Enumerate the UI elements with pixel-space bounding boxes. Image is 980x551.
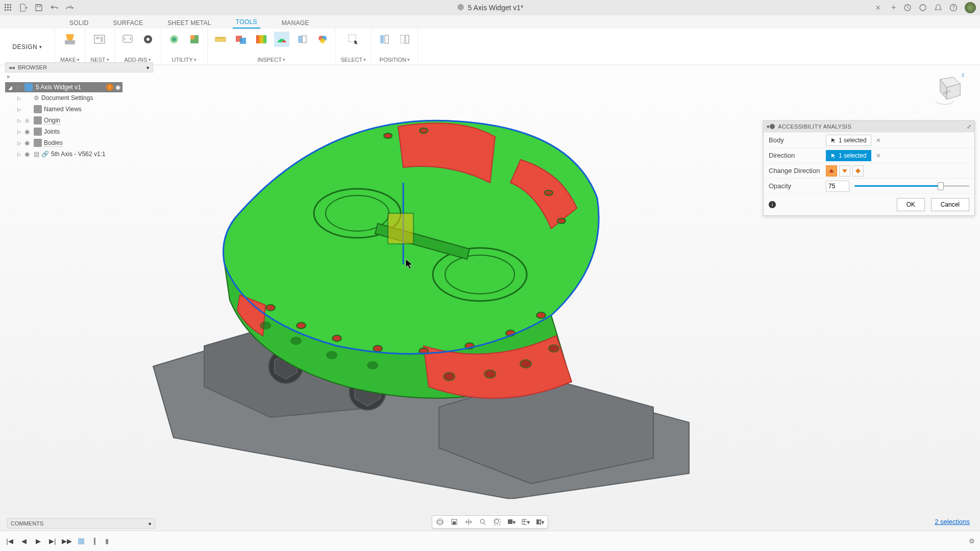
selection-count[interactable]: 2 selections [935,518,970,525]
timeline-settings-icon[interactable]: ⚙ [969,537,975,545]
direction-option-1[interactable] [826,165,837,177]
inspect-curvature-icon[interactable] [254,32,269,47]
apps-grid-icon[interactable] [4,4,12,12]
visibility-icon[interactable]: ◉ [24,128,32,135]
tree-item-origin[interactable]: ▷ ◉ Origin [5,115,153,126]
direction-label: Direction [769,152,826,159]
timeline-play-icon[interactable]: ▶ [34,537,43,546]
tab-surface[interactable]: SURFACE [110,17,146,29]
viewport-layout-icon[interactable]: ▾ [535,517,545,527]
ok-button[interactable]: OK [897,198,925,211]
svg-rect-1 [7,4,9,6]
grid-settings-icon[interactable]: ▾ [521,517,530,527]
svg-rect-72 [388,213,413,244]
visibility-icon[interactable]: ◉ [24,151,32,158]
svg-text:?: ? [952,5,955,11]
timeline-marker-icon[interactable]: ▮ [105,537,109,545]
timeline-end-icon[interactable]: ▶▶ [62,537,71,546]
timeline-feature-1-icon[interactable] [77,537,86,546]
panel-header[interactable]: ▾ ACCESSIBILITY ANALYSIS ⤢ [764,121,974,132]
new-file-icon[interactable]: ▾ [19,4,28,12]
timeline-feature-2-icon[interactable] [91,537,100,546]
visibility-icon[interactable]: ◉ [24,139,32,146]
utility-2-icon[interactable] [187,32,202,47]
svg-point-45 [349,373,386,410]
addins-scripts-icon[interactable] [120,32,135,47]
inspect-accessibility-icon[interactable] [274,32,289,47]
make-3dprint-icon[interactable] [62,32,78,47]
ribbon-tabs: SOLID SURFACE SHEET METAL TOOLS MANAGE [0,15,980,29]
pan-icon[interactable] [464,517,473,527]
orbit-icon[interactable] [435,517,445,527]
look-at-icon[interactable] [450,517,459,527]
comments-pin-icon[interactable]: ● [148,520,152,527]
timeline-next-icon[interactable]: ▶| [48,537,57,546]
browser-pin-icon[interactable]: ● [146,64,150,70]
panel-status-icon [770,124,775,129]
panel-expand-icon[interactable]: ⤢ [967,123,971,130]
help-icon[interactable]: ? [949,4,958,12]
extensions-icon[interactable] [903,4,912,12]
save-icon[interactable] [35,4,43,12]
browser-resize-handle[interactable]: ▸ [7,72,11,80]
tab-tools[interactable]: TOOLS [233,16,260,29]
svg-point-60 [545,190,553,195]
tab-manage[interactable]: MANAGE [279,17,312,29]
display-settings-icon[interactable]: ▾ [507,517,516,527]
comments-bar[interactable]: COMMENTS ● [7,518,155,529]
comments-title: COMMENTS [11,520,43,527]
origin-icon [34,116,42,124]
nest-icon[interactable] [92,32,107,47]
browser-header[interactable]: ◂◂ BROWSER ● [5,62,153,72]
tab-sheet-metal[interactable]: SHEET METAL [164,17,214,29]
zoom-icon[interactable] [478,517,487,527]
new-tab-button[interactable]: + [891,3,896,13]
svg-point-56 [465,343,474,349]
visibility-icon[interactable]: ◉ [24,117,32,124]
tree-item-joints[interactable]: ▷ ◉ Joints [5,126,153,137]
cancel-button[interactable]: Cancel [931,198,969,211]
tab-close-button[interactable]: × [875,3,881,13]
tree-item-named-views[interactable]: ▷ Named Views [5,104,153,115]
fit-icon[interactable] [493,517,502,527]
select-icon[interactable] [346,32,361,47]
svg-rect-16 [96,37,100,39]
radio-icon[interactable]: ◉ [115,84,120,91]
svg-point-61 [384,133,392,138]
tab-solid[interactable]: SOLID [66,17,92,29]
addins-gear-icon[interactable] [140,32,156,47]
info-icon[interactable]: i [769,201,776,208]
inspect-color-icon[interactable] [315,32,330,47]
utility-1-icon[interactable] [166,32,182,47]
opacity-slider[interactable] [854,181,969,192]
direction-option-2[interactable] [839,165,850,177]
body-clear-button[interactable]: × [876,136,880,144]
notifications-icon[interactable] [934,4,942,12]
inspect-interference-icon[interactable] [233,32,249,47]
direction-option-3[interactable] [852,165,864,177]
inspect-measure-icon[interactable] [213,32,228,47]
job-status-icon[interactable] [919,4,927,12]
svg-point-43 [268,349,303,384]
tree-item-5th-axis[interactable]: ▷ ◉ ▤ 🔗 5th Axis - V562 v1:1 [5,148,153,160]
position-1-icon[interactable] [377,32,392,47]
tree-item-doc-settings[interactable]: ▷ ⚙ Document Settings [5,92,153,104]
direction-clear-button[interactable]: × [876,152,880,160]
body-selection-chip[interactable]: 1 selected [826,135,871,146]
inspect-section-icon[interactable] [295,32,310,47]
tree-item-bodies[interactable]: ▷ ◉ Bodies [5,137,153,148]
warning-badge-icon[interactable]: ! [106,84,113,91]
browser-collapse-icon[interactable]: ◂◂ [9,64,15,71]
workspace-switcher[interactable]: DESIGN▾ [0,29,55,65]
svg-point-65 [327,352,337,359]
user-avatar[interactable] [965,2,976,13]
tree-root[interactable]: ◢ ◉ 5 Axis Widget v1 ! ◉ [5,82,122,92]
undo-icon[interactable]: ▾ [50,4,58,12]
view-cube[interactable]: Z LEFT [929,70,965,106]
timeline-start-icon[interactable]: |◀ [5,537,14,546]
opacity-input[interactable] [826,181,849,192]
timeline-prev-icon[interactable]: ◀ [19,537,29,546]
position-2-icon[interactable] [397,32,412,47]
redo-icon[interactable]: ▾ [65,4,74,12]
direction-selection-chip[interactable]: 1 selected [826,150,871,161]
